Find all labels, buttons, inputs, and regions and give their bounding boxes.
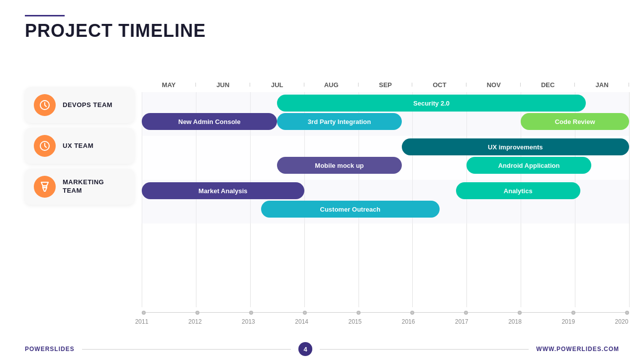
dot-2020 — [625, 311, 629, 315]
month-aug: AUG — [304, 81, 359, 89]
page-title: PROJECT TIMELINE — [25, 20, 206, 41]
months-header: MAYJUNJULAUGSEPOCTNOVDECJAN — [142, 77, 629, 92]
bar-3rd-party: 3rd Party Integration — [277, 113, 401, 130]
dot-2018 — [518, 311, 522, 315]
footer-page-number: 4 — [298, 342, 312, 356]
team-card-ux: UX TEAM — [25, 128, 134, 164]
month-dec: DEC — [521, 81, 575, 89]
bar-android-app: Android Application — [466, 157, 591, 174]
svg-rect-2 — [43, 186, 47, 188]
year-2019: 2019 — [561, 318, 576, 325]
dot-2011 — [142, 311, 146, 315]
dot-2015 — [357, 311, 361, 315]
year-2016: 2016 — [401, 318, 416, 325]
footer-url: WWW.POWERLIDES.COM — [536, 346, 619, 353]
bar-market-analysis: Market Analysis — [142, 182, 304, 199]
month-may: MAY — [142, 81, 196, 89]
grid-line-9 — [629, 92, 630, 307]
month-sep: SEP — [359, 81, 413, 89]
year-2013: 2013 — [241, 318, 256, 325]
bottom-axis: 2011201220132014201520162017201820192020 — [142, 307, 629, 332]
team-card-devops: DEVOPS TEAM — [25, 87, 134, 123]
teams-container: DEVOPS TEAM UX TEAM MARKETING TEAM — [25, 87, 134, 205]
dot-2016 — [410, 311, 414, 315]
dot-2019 — [571, 311, 575, 315]
bar-ux-improvements: UX improvements — [402, 138, 629, 155]
gantt-grid: Security 2.0New Admin Console3rd Party I… — [142, 92, 629, 307]
footer-brand: POWERSLIDES — [25, 346, 75, 353]
marketing-icon — [34, 176, 56, 198]
ux-icon — [34, 135, 56, 157]
footer-line-left — [82, 349, 291, 350]
team-card-marketing: MARKETING TEAM — [25, 169, 134, 205]
footer: POWERSLIDES 4 WWW.POWERLIDES.COM — [0, 342, 644, 356]
year-2018: 2018 — [508, 318, 523, 325]
year-2020: 2020 — [614, 318, 629, 325]
month-jan: JAN — [575, 81, 629, 89]
year-2015: 2015 — [348, 318, 363, 325]
month-nov: NOV — [466, 81, 521, 89]
bar-code-review: Code Review — [521, 113, 629, 130]
year-2017: 2017 — [454, 318, 469, 325]
bar-customer-outreach: Customer Outreach — [261, 201, 440, 218]
header-accent-line — [25, 15, 65, 16]
devops-icon — [34, 94, 56, 116]
axis-dots — [142, 310, 629, 315]
ux-name: UX TEAM — [63, 142, 93, 150]
dot-2017 — [464, 311, 468, 315]
year-2012: 2012 — [187, 318, 202, 325]
month-jun: JUN — [196, 81, 250, 89]
devops-name: DEVOPS TEAM — [63, 101, 112, 110]
header: PROJECT TIMELINE — [25, 15, 206, 41]
bar-analytics: Analytics — [456, 182, 580, 199]
month-jul: JUL — [250, 81, 304, 89]
bar-security: Security 2.0 — [277, 95, 586, 112]
bar-mobile-mockup: Mobile mock up — [277, 157, 401, 174]
year-2011: 2011 — [134, 318, 149, 325]
axis-years: 2011201220132014201520162017201820192020 — [142, 318, 629, 325]
dot-2014 — [303, 311, 307, 315]
month-oct: OCT — [412, 81, 466, 89]
bar-new-admin: New Admin Console — [142, 113, 277, 130]
dot-2012 — [195, 311, 199, 315]
gantt-chart: MAYJUNJULAUGSEPOCTNOVDECJAN Security 2.0… — [142, 77, 629, 332]
year-2014: 2014 — [294, 318, 309, 325]
footer-line-right — [320, 349, 529, 350]
dot-2013 — [249, 311, 253, 315]
marketing-name: MARKETING TEAM — [63, 178, 125, 195]
